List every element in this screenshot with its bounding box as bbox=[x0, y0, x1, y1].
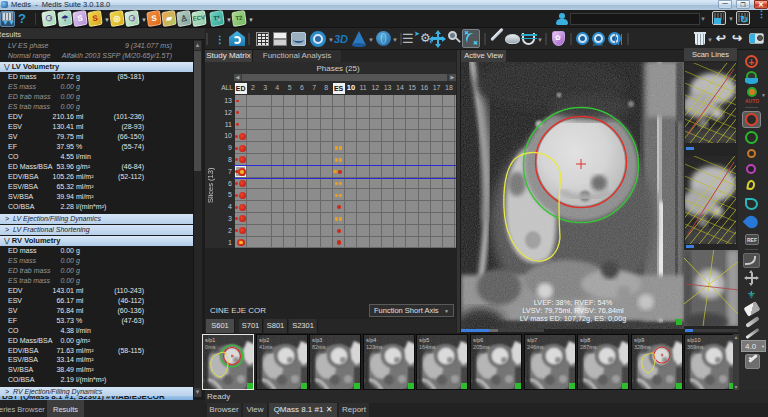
svg-text:287ms: 287ms bbox=[580, 344, 597, 350]
svg-text:LV mass ED: 107,72g, ES: 0,00g: LV mass ED: 107,72g, ES: 0,00g bbox=[520, 314, 627, 323]
svg-text:328ms: 328ms bbox=[634, 344, 651, 350]
svg-text:s/p4: s/p4 bbox=[366, 337, 376, 343]
svg-text:0ms: 0ms bbox=[205, 344, 216, 350]
svg-text:s/p1: s/p1 bbox=[205, 337, 215, 343]
svg-text:41ms: 41ms bbox=[259, 344, 273, 350]
svg-text:s/p6: s/p6 bbox=[473, 337, 483, 343]
svg-text:369ms: 369ms bbox=[687, 344, 704, 350]
svg-text:s/p5: s/p5 bbox=[419, 337, 429, 343]
svg-text:s/p3: s/p3 bbox=[312, 337, 322, 343]
svg-text:164ms: 164ms bbox=[419, 344, 436, 350]
svg-text:246ms: 246ms bbox=[527, 344, 544, 350]
svg-text:s/p2: s/p2 bbox=[259, 337, 269, 343]
svg-text:s/p8: s/p8 bbox=[580, 337, 590, 343]
svg-text:s/p9: s/p9 bbox=[634, 337, 644, 343]
svg-text:123ms: 123ms bbox=[366, 344, 383, 350]
svg-text:s/p7: s/p7 bbox=[527, 337, 537, 343]
svg-text:205ms: 205ms bbox=[473, 344, 490, 350]
svg-text:82ms: 82ms bbox=[312, 344, 326, 350]
svg-text:s/p10: s/p10 bbox=[687, 337, 700, 343]
